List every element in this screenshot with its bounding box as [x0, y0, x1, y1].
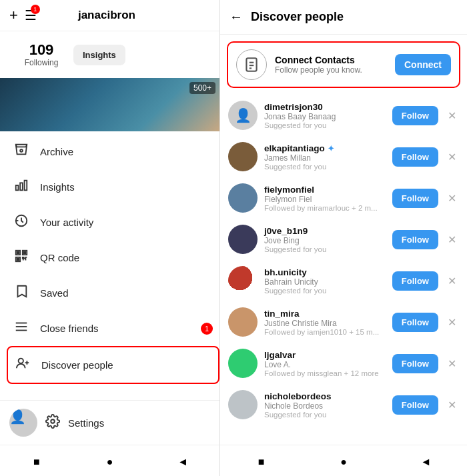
- person-realname: Jove Bing: [264, 236, 386, 245]
- menu-item-your-activity[interactable]: Your activity: [7, 205, 219, 240]
- person-avatar[interactable]: [228, 349, 258, 378]
- follow-button[interactable]: Follow: [392, 354, 438, 373]
- person-realname: Love A.: [264, 360, 386, 369]
- dismiss-button[interactable]: ✕: [445, 192, 459, 205]
- person-info: dimetrisjon30 Jonas Baay Banaag Suggeste…: [264, 102, 386, 129]
- person-row: tin_mira Justine Christie Mira Followed …: [220, 301, 467, 343]
- close-friends-icon: [13, 319, 29, 337]
- person-row: 👤 dimetrisjon30 Jonas Baay Banaag Sugges…: [220, 95, 467, 136]
- person-row: fielymonfiel Fielymon Fiel Followed by m…: [220, 177, 467, 219]
- right-nav-back[interactable]: ◄: [416, 452, 436, 472]
- dismiss-button[interactable]: ✕: [445, 233, 459, 246]
- left-nav-square[interactable]: ■: [27, 452, 47, 472]
- person-info: tin_mira Justine Christie Mira Followed …: [264, 309, 386, 336]
- contacts-title: Connect Contacts: [275, 55, 387, 65]
- follow-button[interactable]: Follow: [392, 271, 438, 291]
- insights-icon: [13, 178, 29, 196]
- follow-button[interactable]: Follow: [392, 147, 438, 167]
- connect-contacts-card: Connect Contacts Follow people you know.…: [227, 41, 460, 88]
- person-info: j0ve_b1n9 Jove Bing Suggested for you: [264, 226, 386, 253]
- dismiss-button[interactable]: ✕: [445, 109, 459, 122]
- person-row: ljgalvar Love A. Followed by missglean +…: [220, 343, 467, 384]
- follow-button[interactable]: Follow: [392, 106, 438, 125]
- svg-point-0: [20, 149, 23, 152]
- username-title: janacibron: [78, 9, 135, 22]
- post-preview: 500+: [0, 78, 219, 131]
- menu-item-close-friends[interactable]: Close friends 1: [7, 311, 219, 346]
- qr-icon: [13, 249, 29, 267]
- activity-icon: [13, 213, 29, 231]
- contacts-icon: [236, 49, 267, 80]
- profile-avatar[interactable]: 👤: [9, 409, 37, 437]
- right-header-title: Discover people: [251, 10, 344, 24]
- menu-item-qr-code[interactable]: QR code: [7, 240, 219, 275]
- person-realname: Jonas Baay Banaag: [264, 112, 386, 121]
- person-suggestion: Suggested for you: [264, 163, 386, 171]
- person-username: bh.unicity: [264, 267, 386, 277]
- person-row: nicholebordeos Nichole Bordeos Suggested…: [220, 384, 467, 425]
- connect-button[interactable]: Connect: [395, 54, 451, 75]
- person-username: fielymonfiel: [264, 185, 386, 195]
- left-nav-back[interactable]: ◄: [173, 452, 193, 472]
- right-nav-square[interactable]: ■: [252, 452, 272, 472]
- svg-rect-1: [16, 185, 19, 190]
- menu-activity-label: Your activity: [40, 217, 93, 228]
- left-header-icons: + ☰ 1: [9, 7, 37, 24]
- profile-bottom: 👤 Settings: [0, 400, 219, 445]
- person-avatar[interactable]: [228, 307, 258, 337]
- svg-rect-10: [17, 259, 19, 261]
- person-realname: Justine Christie Mira: [264, 319, 386, 328]
- person-username: tin_mira: [264, 309, 386, 319]
- svg-rect-2: [20, 183, 23, 191]
- follow-button[interactable]: Follow: [392, 395, 438, 415]
- menu-close-friends-label: Close friends: [40, 323, 99, 334]
- person-suggestion: Suggested for you: [264, 121, 386, 129]
- contacts-text: Connect Contacts Follow people you know.: [275, 55, 387, 75]
- menu-list: Archive Insights Your activity QR code S…: [0, 134, 219, 400]
- menu-item-archive[interactable]: Archive: [7, 134, 219, 169]
- saved-icon: [13, 284, 29, 302]
- person-realname: James Millan: [264, 153, 386, 163]
- post-count-badge: 500+: [189, 82, 215, 94]
- settings-label[interactable]: Settings: [68, 417, 104, 429]
- menu-icon-wrap[interactable]: ☰ 1: [25, 7, 37, 23]
- dismiss-button[interactable]: ✕: [445, 275, 459, 287]
- menu-discover-label: Discover people: [41, 359, 113, 371]
- person-username: j0ve_b1n9: [264, 226, 386, 236]
- person-avatar[interactable]: [228, 183, 258, 213]
- follow-button[interactable]: Follow: [392, 189, 438, 208]
- left-panel: + ☰ 1 janacibron 109 Following Insights …: [0, 0, 220, 476]
- dismiss-button[interactable]: ✕: [445, 357, 459, 370]
- person-suggestion: Suggested for you: [264, 411, 386, 419]
- menu-item-insights[interactable]: Insights: [7, 169, 219, 205]
- menu-qr-label: QR code: [40, 252, 79, 263]
- person-avatar[interactable]: [228, 142, 258, 171]
- plus-icon[interactable]: +: [9, 7, 18, 24]
- follow-button[interactable]: Follow: [392, 313, 438, 332]
- follow-button[interactable]: Follow: [392, 230, 438, 249]
- contacts-subtitle: Follow people you know.: [275, 65, 387, 75]
- menu-item-discover-people[interactable]: Discover people: [7, 346, 219, 384]
- back-button[interactable]: ←: [229, 9, 243, 25]
- profile-stats: 109 Following Insights: [0, 31, 219, 78]
- dismiss-button[interactable]: ✕: [445, 316, 459, 329]
- menu-insights-label: Insights: [40, 181, 75, 193]
- notification-badge: 1: [31, 5, 40, 14]
- person-realname: Fielymon Fiel: [264, 195, 386, 204]
- dismiss-button[interactable]: ✕: [445, 399, 459, 411]
- dismiss-button[interactable]: ✕: [445, 151, 459, 163]
- left-nav-circle[interactable]: ●: [99, 452, 119, 472]
- insights-button[interactable]: Insights: [73, 50, 125, 60]
- person-suggestion: Suggested for you: [264, 245, 386, 253]
- svg-point-15: [51, 419, 55, 423]
- person-username: dimetrisjon30: [264, 102, 386, 112]
- person-avatar[interactable]: [228, 390, 258, 419]
- person-avatar[interactable]: [228, 266, 258, 295]
- person-suggestion: Followed by iamjen1010 + 15 m...: [264, 328, 386, 336]
- person-avatar[interactable]: 👤: [228, 101, 258, 130]
- person-avatar[interactable]: [228, 225, 258, 254]
- svg-point-14: [19, 359, 23, 363]
- menu-item-saved[interactable]: Saved: [7, 275, 219, 311]
- person-username: ljgalvar: [264, 350, 386, 360]
- right-nav-circle[interactable]: ●: [334, 452, 354, 472]
